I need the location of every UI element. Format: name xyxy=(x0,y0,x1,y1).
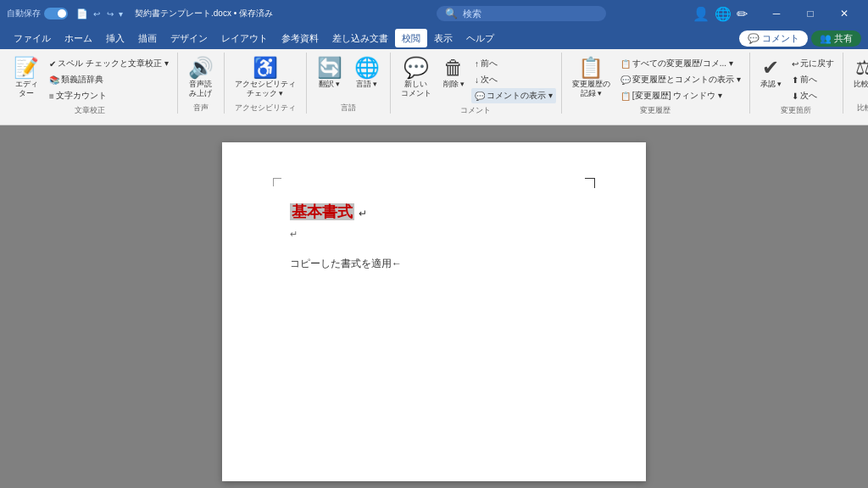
globe-icon[interactable]: 🌐 xyxy=(715,6,732,22)
btn-thesaurus[interactable]: 📚 類義語辞典 xyxy=(46,72,172,87)
btn-new-comment[interactable]: 💬 新しいコメント xyxy=(396,53,437,100)
doc-title: 基本書式 xyxy=(290,203,359,220)
group-comment: 💬 新しいコメント 🗑 削除 ▾ ↑ 前へ ↓ 次へ xyxy=(391,53,562,114)
page[interactable]: 基本書式 ↵ ↵ コピーした書式を適用← xyxy=(222,142,646,481)
btn-accessibility[interactable]: ♿ アクセシビリティチェック ▾ xyxy=(230,53,301,100)
file-icon: 📄 xyxy=(76,8,88,19)
group-proofreading: 📝 エディター ✔ スペル チェックと文章校正 ▾ 📚 類義語辞典 ≡ 文字カウ… xyxy=(3,53,178,114)
btn-all-changes[interactable]: 📋 すべての変更履歴/コメ... ▾ xyxy=(617,56,744,71)
close-button[interactable]: ✕ xyxy=(827,0,861,27)
minimize-button[interactable]: ─ xyxy=(760,0,793,27)
group-accessibility-label: アクセシビリティ xyxy=(230,101,301,114)
btn-changes-window[interactable]: 📋 [変更履歴] ウィンドウ ▾ xyxy=(617,88,744,103)
autosave-toggle[interactable] xyxy=(44,8,68,19)
btn-next-change[interactable]: ⬇ 次へ xyxy=(788,88,837,103)
speech-label: 音声読み上げ xyxy=(189,80,212,98)
changes-window-label: [変更履歴] ウィンドウ ▾ xyxy=(632,90,722,102)
all-changes-icon: 📋 xyxy=(620,59,631,69)
group-comment-items: 💬 新しいコメント 🗑 削除 ▾ ↑ 前へ ↓ 次へ xyxy=(396,53,556,103)
accept-icon: ✔ xyxy=(762,56,779,80)
proofreading-col: ✔ スペル チェックと文章校正 ▾ 📚 類義語辞典 ≡ 文字カウント xyxy=(46,53,172,103)
btn-speech[interactable]: 🔊 音声読み上げ xyxy=(183,53,219,100)
delete-comment-label: 削除 ▾ xyxy=(443,80,465,89)
share-button[interactable]: 👥 共有 xyxy=(811,30,861,47)
new-comment-label: 新しいコメント xyxy=(401,80,431,98)
translate-label: 翻訳 ▾ xyxy=(319,80,341,89)
btn-language[interactable]: 🌐 言語 ▾ xyxy=(349,53,385,91)
ribbon: 📝 エディター ✔ スペル チェックと文章校正 ▾ 📚 類義語辞典 ≡ 文字カウ… xyxy=(0,49,868,125)
next-change-label: 次へ xyxy=(800,90,817,102)
btn-wordcount[interactable]: ≡ 文字カウント xyxy=(46,88,172,103)
menu-references[interactable]: 参考資料 xyxy=(275,29,326,47)
btn-delete-comment[interactable]: 🗑 削除 ▾ xyxy=(438,53,470,91)
para-mark-2: ↵ xyxy=(290,229,595,240)
menu-bar-right: 💬 コメント 👥 共有 xyxy=(739,30,861,47)
group-proofreading-label: 文章校正 xyxy=(8,103,172,116)
menu-review[interactable]: 校閲 xyxy=(395,29,427,47)
thesaurus-icon: 📚 xyxy=(49,75,59,85)
btn-show-comments[interactable]: 💬 コメントの表示 ▾ xyxy=(471,88,556,103)
btn-compare[interactable]: ⚖ 比較 ▾ xyxy=(849,53,868,91)
search-input[interactable] xyxy=(463,8,590,19)
group-language-label: 言語 xyxy=(312,101,385,114)
group-language: 🔄 翻訳 ▾ 🌐 言語 ▾ 言語 xyxy=(307,53,391,114)
title-bar-center: 🔍 xyxy=(350,6,693,21)
prev-icon: ↑ xyxy=(475,59,479,69)
next-icon: ↓ xyxy=(475,75,479,85)
comment-label: コメント xyxy=(762,32,799,45)
search-bar[interactable]: 🔍 xyxy=(437,6,606,21)
menu-file[interactable]: ファイル xyxy=(7,29,58,47)
avatar-icon[interactable]: 👤 xyxy=(693,6,709,22)
btn-translate[interactable]: 🔄 翻訳 ▾ xyxy=(312,53,348,91)
btn-spellcheck[interactable]: ✔ スペル チェックと文章校正 ▾ xyxy=(46,56,172,71)
btn-accept[interactable]: ✔ 承認 ▾ xyxy=(755,53,787,91)
btn-revert[interactable]: ↩ 元に戻す xyxy=(788,56,837,71)
menu-layout[interactable]: レイアウト xyxy=(214,29,275,47)
paragraph-mark-1: ↵ xyxy=(359,208,367,219)
group-compare-label: 比較 xyxy=(849,101,868,114)
menu-draw[interactable]: 描画 xyxy=(131,29,164,47)
group-language-items: 🔄 翻訳 ▾ 🌐 言語 ▾ xyxy=(312,53,385,101)
qat-more[interactable]: ▾ xyxy=(119,9,123,19)
group-accessibility-items: ♿ アクセシビリティチェック ▾ xyxy=(230,53,301,101)
menu-insert[interactable]: 挿入 xyxy=(99,29,131,47)
comment-nav-col: ↑ 前へ ↓ 次へ 💬 コメントの表示 ▾ xyxy=(471,53,556,103)
compare-label: 比較 ▾ xyxy=(854,80,868,89)
title-highlight: 基本書式 xyxy=(290,203,354,220)
accept-label: 承認 ▾ xyxy=(760,80,782,89)
btn-prev-change[interactable]: ⬆ 前へ xyxy=(788,72,837,87)
restore-button[interactable]: □ xyxy=(793,0,827,27)
comment-icon: 💬 xyxy=(748,33,760,44)
redo-btn[interactable]: ↪ xyxy=(107,9,114,19)
btn-prev-comment[interactable]: ↑ 前へ xyxy=(471,56,556,71)
menu-design[interactable]: デザイン xyxy=(164,29,214,47)
group-changes-items: ✔ 承認 ▾ ↩ 元に戻す ⬆ 前へ ⬇ 次へ xyxy=(755,53,838,103)
cursor-mark xyxy=(585,178,595,188)
menu-help[interactable]: ヘルプ xyxy=(459,29,501,47)
doc-body: コピーした書式を適用← xyxy=(290,257,595,271)
prev-label: 前へ xyxy=(481,58,498,69)
pen-icon[interactable]: ✏ xyxy=(737,6,748,22)
title-bar-left: 自動保存 📄 ↩ ↪ ▾ 契約書テンプレート.docx • 保存済み xyxy=(7,8,350,19)
menu-view[interactable]: 表示 xyxy=(427,29,459,47)
all-changes-label: すべての変更履歴/コメ... ▾ xyxy=(632,58,733,69)
translate-icon: 🔄 xyxy=(317,56,342,80)
btn-show-changes[interactable]: 💬 変更履歴とコメントの表示 ▾ xyxy=(617,72,744,87)
track-changes-icon: 📋 xyxy=(578,56,604,80)
btn-track-changes[interactable]: 📋 変更履歴の記録 ▾ xyxy=(567,53,615,100)
revert-icon: ↩ xyxy=(792,59,798,69)
document-area: 基本書式 ↵ ↵ コピーした書式を適用← xyxy=(0,125,868,488)
changes-window-icon: 📋 xyxy=(620,92,631,101)
group-comment-label: コメント xyxy=(396,103,556,116)
ribbon-content: 📝 エディター ✔ スペル チェックと文章校正 ▾ 📚 類義語辞典 ≡ 文字カウ… xyxy=(0,49,868,125)
btn-next-comment[interactable]: ↓ 次へ xyxy=(471,72,556,87)
btn-editor[interactable]: 📝 エディター xyxy=(8,53,44,100)
undo-btn[interactable]: ↩ xyxy=(93,9,100,19)
prev-change-icon: ⬆ xyxy=(792,75,798,85)
next-change-icon: ⬇ xyxy=(792,92,798,101)
group-changes-label: 変更箇所 xyxy=(755,103,838,116)
accessibility-label: アクセシビリティチェック ▾ xyxy=(235,80,296,98)
comment-button[interactable]: 💬 コメント xyxy=(739,30,808,47)
menu-mailings[interactable]: 差し込み文書 xyxy=(326,29,395,47)
menu-home[interactable]: ホーム xyxy=(58,29,99,47)
